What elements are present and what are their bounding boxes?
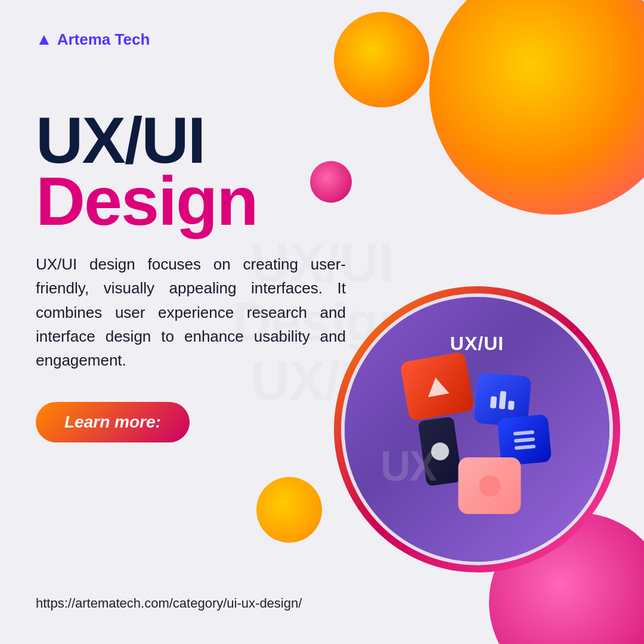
page-container: UX/UI Design UX/UI ▲ Artema Tech UX/UI D… [0,0,644,644]
line3 [515,444,535,450]
logo-icon: ▲ [36,30,52,49]
bars-icon [490,390,515,410]
url-text[interactable]: https://artematech.com/category/ui-ux-de… [36,596,302,611]
learn-more-button[interactable]: Learn more: [36,402,190,442]
blob-top-right-small [334,12,429,107]
image-circle-inner: UX/UI [341,293,613,565]
bar3 [508,400,515,410]
triangle-icon [425,376,450,397]
logo-text: Artema Tech [57,30,150,49]
description-text: UX/UI design focuses on creating user-fr… [36,252,346,372]
line1 [513,431,534,436]
circle-icon2 [479,475,500,497]
blob-top-right [429,0,644,215]
bar1 [490,396,497,408]
card-peach [459,457,521,514]
line2 [514,437,535,442]
logo-name: Artema Tech [57,30,150,48]
uxui-image-circle: UX/UI [334,286,620,572]
uxui-graphic: UX/UI [345,297,609,562]
logo-area: ▲ Artema Tech [36,30,150,49]
lines-icon [513,431,535,450]
blob-bottom-orange [256,477,322,543]
main-content: UX/UI Design UX/UI design focuses on cre… [36,107,370,442]
bar2 [499,391,507,409]
ux-watermark-text: UX [380,442,436,490]
title-line2: Design [36,167,370,236]
graphic-label: UX/UI [450,333,504,355]
card-red [400,351,475,422]
